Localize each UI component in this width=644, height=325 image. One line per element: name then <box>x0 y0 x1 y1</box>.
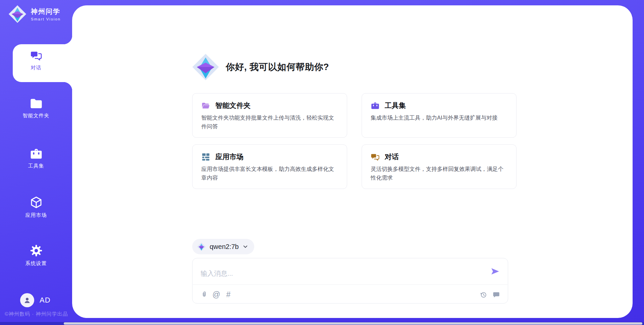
sidebar-item-toolbox[interactable]: 工具集 <box>0 148 72 169</box>
history-button[interactable] <box>478 289 488 300</box>
copyright: ©神州数码 · 神州问学出品 <box>5 311 68 317</box>
brand-subtitle: Smart Vision <box>31 17 61 21</box>
chevron-down-icon <box>243 244 248 250</box>
sidebar-item-smart-folder[interactable]: 智能文件夹 <box>0 98 72 119</box>
sidebar-item-label: 系统设置 <box>25 260 47 267</box>
model-gem-icon <box>197 242 206 251</box>
tile-grid-icon <box>201 152 210 161</box>
card-description: 灵活切换多模型文件，支持多样回复效果调试，满足个性化需求 <box>371 165 507 182</box>
chat-bubble-filled-icon <box>492 291 500 299</box>
card-title: 智能文件夹 <box>215 101 251 110</box>
cube-icon <box>30 196 43 209</box>
greeting-text: 你好, 我可以如何帮助你? <box>226 61 329 73</box>
feature-cards: 智能文件夹 智能文件夹功能支持批量文件上传与清洗，轻松实现文件问答 工具集 集成… <box>192 93 517 189</box>
greeting: 你好, 我可以如何帮助你? <box>192 53 329 81</box>
message-input[interactable] <box>201 264 484 282</box>
paperclip-icon <box>201 291 208 298</box>
card-app-market[interactable]: 应用市场 应用市场提供丰富长文本模板，助力高效生成多样化文章内容 <box>192 144 347 189</box>
brand-name: 神州问学 <box>31 7 61 16</box>
scrollbar-thumb[interactable] <box>64 322 642 325</box>
model-selector[interactable]: qwen2:7b <box>192 239 254 254</box>
main-panel: 你好, 我可以如何帮助你? 智能文件夹 智能文件夹功能支持批量文件上传与清洗，轻… <box>72 5 633 318</box>
send-icon <box>490 267 500 276</box>
user-initials: AD <box>40 296 51 305</box>
brand-gem-icon <box>8 5 27 23</box>
chat-bubbles-icon <box>30 50 42 62</box>
folder-open-icon <box>201 101 210 110</box>
card-title: 工具集 <box>385 101 406 110</box>
composer-toolbar: @ # <box>199 288 501 301</box>
sidebar-item-label: 应用市场 <box>25 212 47 218</box>
topic-button[interactable]: # <box>223 289 233 300</box>
folder-icon <box>30 98 43 110</box>
card-description: 应用市场提供丰富长文本模板，助力高效生成多样化文章内容 <box>201 165 338 182</box>
toolbox-icon <box>371 101 380 110</box>
gear-icon <box>30 244 43 257</box>
assistant-gem-icon <box>192 53 220 81</box>
sidebar: 神州问学 Smart Vision 对话 智能文件夹 <box>0 0 72 325</box>
sidebar-item-label: 工具集 <box>28 163 44 169</box>
new-chat-button[interactable] <box>491 289 501 300</box>
brand: 神州问学 Smart Vision <box>8 5 61 23</box>
sidebar-item-label: 对话 <box>31 65 42 71</box>
card-title: 对话 <box>385 152 399 161</box>
sidebar-item-label: 智能文件夹 <box>23 113 50 119</box>
model-name: qwen2:7b <box>210 243 239 251</box>
app-root: 神州问学 Smart Vision 对话 智能文件夹 <box>0 0 644 325</box>
sidebar-item-app-market[interactable]: 应用市场 <box>0 196 72 218</box>
chat-bubbles-icon <box>371 152 380 161</box>
card-smart-folder[interactable]: 智能文件夹 智能文件夹功能支持批量文件上传与清洗，轻松实现文件问答 <box>192 93 347 138</box>
card-title: 应用市场 <box>215 152 244 161</box>
user-row[interactable]: AD <box>20 293 51 307</box>
composer-divider <box>193 284 507 285</box>
card-chat[interactable]: 对话 灵活切换多模型文件，支持多样回复效果调试，满足个性化需求 <box>362 144 517 189</box>
card-toolbox[interactable]: 工具集 集成市场上主流工具，助力AI与外界无缝扩展与对接 <box>362 93 517 138</box>
card-description: 智能文件夹功能支持批量文件上传与清洗，轻松实现文件问答 <box>201 114 338 131</box>
history-icon <box>480 291 487 299</box>
mention-button[interactable]: @ <box>211 289 221 300</box>
toolbox-icon <box>30 148 43 160</box>
person-icon <box>23 296 32 305</box>
hash-icon: # <box>226 291 231 299</box>
card-description: 集成市场上主流工具，助力AI与外界无缝扩展与对接 <box>371 114 507 122</box>
send-button[interactable] <box>490 267 500 276</box>
message-composer: @ # <box>192 258 508 304</box>
avatar[interactable] <box>20 293 34 307</box>
at-sign-icon: @ <box>212 291 220 299</box>
sidebar-item-chat[interactable]: 对话 <box>0 50 72 71</box>
sidebar-item-settings[interactable]: 系统设置 <box>0 244 72 267</box>
attach-file-button[interactable] <box>199 289 209 300</box>
horizontal-scrollbar[interactable] <box>0 322 644 325</box>
